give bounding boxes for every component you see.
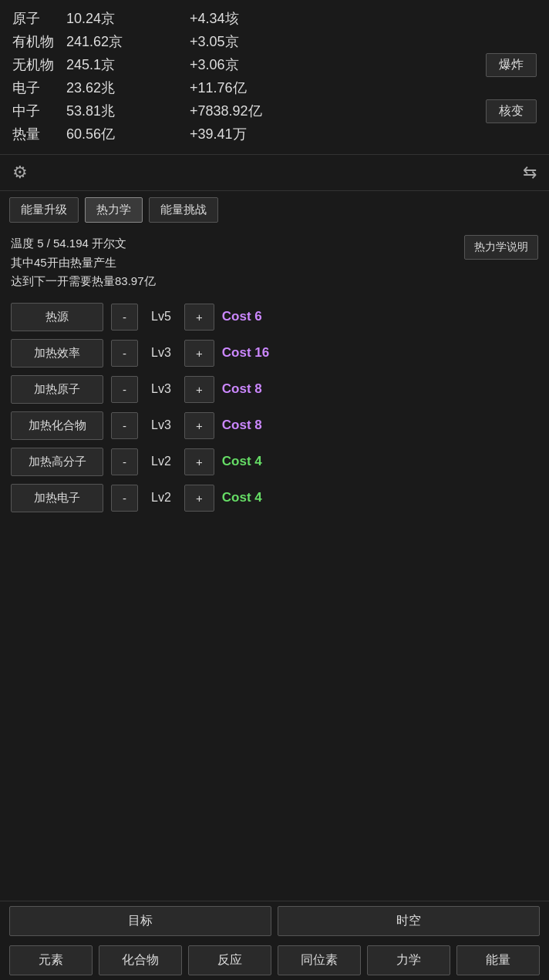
stat-action-button[interactable]: 核变: [486, 99, 537, 123]
upgrade-plus-button[interactable]: +: [184, 485, 214, 512]
upgrade-level: Lv3: [146, 418, 177, 432]
temp-info-line2: 其中45开由热量产生: [11, 254, 538, 272]
bottom-nav-row2: 元素化合物反应同位素力学能量: [0, 941, 549, 980]
upgrade-row: 加热原子-Lv3+Cost 8: [11, 375, 538, 404]
nav-button[interactable]: 化合物: [99, 945, 182, 975]
stat-name: 无机物: [12, 55, 66, 74]
gear-icon[interactable]: ⚙: [12, 163, 28, 183]
nav-button[interactable]: 力学: [367, 945, 450, 975]
upgrade-row: 加热电子-Lv2+Cost 4: [11, 484, 538, 512]
upgrade-level: Lv2: [146, 455, 177, 468]
upgrade-level: Lv5: [146, 310, 177, 324]
upgrade-minus-button[interactable]: -: [111, 304, 138, 331]
stat-row: 中子53.81兆+7838.92亿核变: [12, 102, 537, 120]
stat-value: 23.62兆: [66, 79, 190, 97]
stat-value: 10.24京: [66, 9, 190, 28]
nav-button[interactable]: 时空: [278, 906, 540, 936]
toolbar-row: ⚙ ⇆: [0, 154, 549, 191]
stat-rate: +4.34垓: [190, 9, 313, 28]
upgrade-plus-button[interactable]: +: [184, 340, 214, 367]
stat-row: 无机物245.1京+3.06京爆炸: [12, 55, 537, 74]
tab-button[interactable]: 热力学: [85, 197, 143, 223]
upgrade-level: Lv3: [146, 382, 177, 396]
upgrade-minus-button[interactable]: -: [111, 340, 138, 367]
stat-value: 245.1京: [66, 55, 190, 74]
stat-value: 241.62京: [66, 32, 190, 51]
stat-rate: +3.05京: [190, 32, 313, 51]
temp-info-line3: 达到下一开需要热量83.97亿: [11, 273, 538, 290]
nav-button[interactable]: 目标: [9, 906, 271, 936]
stat-value: 53.81兆: [66, 102, 190, 120]
upgrade-cost: Cost 6: [222, 309, 262, 324]
stat-rate: +7838.92亿: [190, 102, 313, 120]
stat-row: 电子23.62兆+11.76亿: [12, 79, 537, 97]
stat-action-button[interactable]: 爆炸: [486, 53, 537, 77]
upgrade-minus-button[interactable]: -: [111, 412, 138, 439]
info-section: 温度 5 / 54.194 开尔文 其中45开由热量产生 达到下一开需要热量83…: [0, 229, 549, 297]
upgrade-minus-button[interactable]: -: [111, 376, 138, 403]
temp-info-line1: 温度 5 / 54.194 开尔文: [11, 235, 538, 253]
thermodynamics-info-button[interactable]: 热力学说明: [464, 235, 538, 260]
stat-row: 有机物241.62京+3.05京: [12, 32, 537, 51]
stat-name: 中子: [12, 102, 66, 120]
bottom-nav-row1: 目标时空: [0, 901, 549, 941]
upgrade-row: 加热效率-Lv3+Cost 16: [11, 339, 538, 368]
upgrade-plus-button[interactable]: +: [184, 376, 214, 403]
stat-name: 有机物: [12, 32, 66, 51]
upgrade-plus-button[interactable]: +: [184, 304, 214, 331]
nav-button[interactable]: 元素: [9, 945, 93, 975]
upgrade-level: Lv2: [146, 491, 177, 505]
upgrade-plus-button[interactable]: +: [184, 448, 214, 475]
upgrade-name-button[interactable]: 加热电子: [11, 484, 103, 512]
stat-name: 原子: [12, 9, 66, 28]
upgrade-name-button[interactable]: 热源: [11, 303, 103, 331]
stat-name: 热量: [12, 125, 66, 143]
upgrade-cost: Cost 16: [222, 345, 269, 361]
stat-rate: +3.06京: [190, 55, 313, 74]
upgrade-minus-button[interactable]: -: [111, 448, 138, 475]
stat-value: 60.56亿: [66, 125, 190, 143]
upgrade-name-button[interactable]: 加热化合物: [11, 411, 103, 440]
upgrade-row: 加热化合物-Lv3+Cost 8: [11, 411, 538, 440]
shuffle-icon[interactable]: ⇆: [523, 163, 537, 183]
upgrade-name-button[interactable]: 加热高分子: [11, 448, 103, 476]
stat-row: 热量60.56亿+39.41万: [12, 125, 537, 143]
stat-rate: +11.76亿: [190, 79, 313, 97]
upgrades-section: 热源-Lv5+Cost 6加热效率-Lv3+Cost 16加热原子-Lv3+Co…: [0, 297, 549, 901]
upgrade-cost: Cost 4: [222, 490, 262, 505]
bottom-nav: 目标时空 元素化合物反应同位素力学能量: [0, 901, 549, 980]
stat-name: 电子: [12, 79, 66, 97]
upgrade-cost: Cost 8: [222, 418, 262, 433]
tab-button[interactable]: 能量挑战: [149, 197, 218, 223]
upgrade-row: 热源-Lv5+Cost 6: [11, 303, 538, 331]
upgrade-name-button[interactable]: 加热原子: [11, 375, 103, 404]
tabs-row: 能量升级热力学能量挑战: [0, 191, 549, 229]
nav-button[interactable]: 反应: [188, 945, 271, 975]
upgrade-plus-button[interactable]: +: [184, 412, 214, 439]
upgrade-minus-button[interactable]: -: [111, 485, 138, 512]
upgrade-row: 加热高分子-Lv2+Cost 4: [11, 448, 538, 476]
stats-section: 原子10.24京+4.34垓有机物241.62京+3.05京无机物245.1京+…: [0, 0, 549, 154]
upgrade-level: Lv3: [146, 346, 177, 360]
nav-button[interactable]: 同位素: [278, 945, 361, 975]
stat-rate: +39.41万: [190, 125, 313, 143]
nav-button[interactable]: 能量: [456, 945, 540, 975]
upgrade-name-button[interactable]: 加热效率: [11, 339, 103, 368]
stat-row: 原子10.24京+4.34垓: [12, 9, 537, 28]
tab-button[interactable]: 能量升级: [9, 197, 79, 223]
upgrade-cost: Cost 4: [222, 454, 262, 469]
upgrade-cost: Cost 8: [222, 381, 262, 397]
